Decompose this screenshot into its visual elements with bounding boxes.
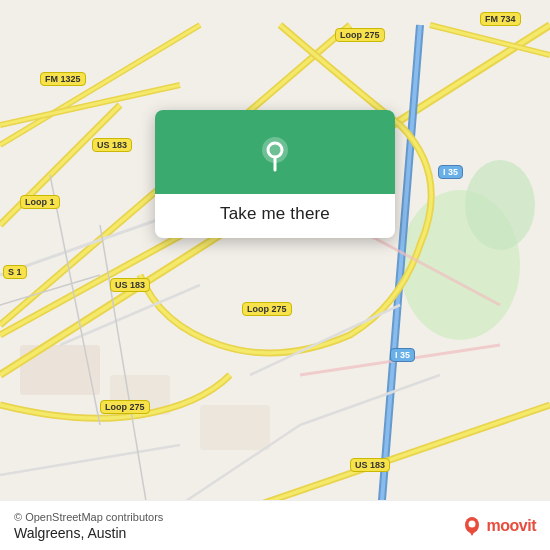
- road-label-i35-mid: I 35: [390, 348, 415, 362]
- popup-header: [155, 110, 395, 194]
- bottom-bar: © OpenStreetMap contributors Walgreens, …: [0, 500, 550, 550]
- road-label-us183-mid: US 183: [110, 278, 150, 292]
- moovit-brand-label: moovit: [487, 517, 536, 535]
- road-label-loop275-top: Loop 275: [335, 28, 385, 42]
- svg-rect-6: [200, 405, 270, 450]
- road-label-loop1: Loop 1: [20, 195, 60, 209]
- road-label-loop275-bot: Loop 275: [100, 400, 150, 414]
- road-label-fm734: FM 734: [480, 12, 521, 26]
- road-label-s1: S 1: [3, 265, 27, 279]
- location-label: Walgreens, Austin: [14, 525, 163, 541]
- svg-marker-41: [468, 529, 476, 536]
- road-label-us183-top: US 183: [92, 138, 132, 152]
- moovit-pin-icon: [461, 515, 483, 537]
- location-pin-icon: [253, 132, 297, 176]
- svg-point-40: [468, 520, 475, 527]
- osm-attribution: © OpenStreetMap contributors: [14, 511, 163, 523]
- popup-tail: [265, 237, 285, 238]
- take-me-there-button[interactable]: Take me there: [220, 204, 330, 223]
- road-label-fm1325: FM 1325: [40, 72, 86, 86]
- svg-point-3: [465, 160, 535, 250]
- map-view: FM 734Loop 275FM 1325US 183Loop 1I 35US …: [0, 0, 550, 550]
- moovit-logo: moovit: [461, 515, 536, 537]
- popup-card: Take me there: [155, 110, 395, 238]
- road-label-loop275-mid: Loop 275: [242, 302, 292, 316]
- road-label-us183-bot: US 183: [350, 458, 390, 472]
- popup-body: Take me there: [155, 194, 395, 238]
- road-label-i35-top: I 35: [438, 165, 463, 179]
